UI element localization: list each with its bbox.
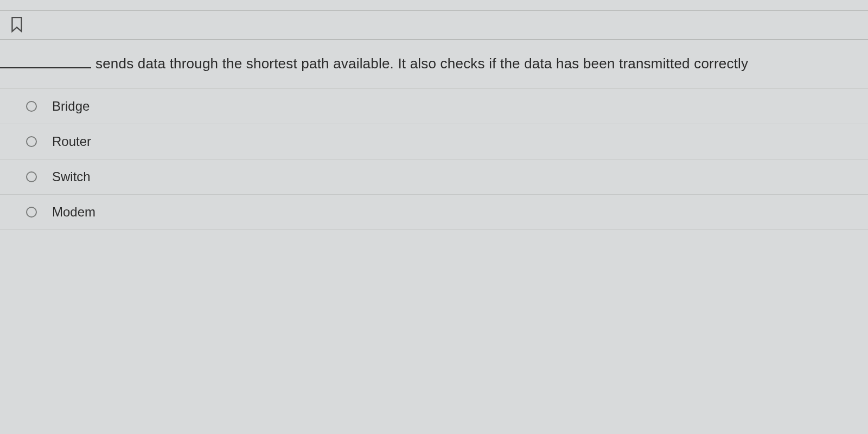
option-bridge[interactable]: Bridge xyxy=(0,89,868,124)
option-label: Bridge xyxy=(52,99,90,114)
radio-icon[interactable] xyxy=(26,171,37,182)
option-modem[interactable]: Modem xyxy=(0,195,868,230)
option-label: Modem xyxy=(52,205,95,220)
bookmark-row xyxy=(0,11,868,40)
option-label: Router xyxy=(52,134,91,149)
bookmark-icon[interactable] xyxy=(10,25,24,34)
fill-in-blank xyxy=(0,56,91,68)
option-router[interactable]: Router xyxy=(0,124,868,159)
top-bar xyxy=(0,0,868,11)
radio-icon[interactable] xyxy=(26,136,37,147)
options-list: Bridge Router Switch Modem xyxy=(0,89,868,230)
radio-icon[interactable] xyxy=(26,101,37,112)
option-label: Switch xyxy=(52,169,91,184)
option-switch[interactable]: Switch xyxy=(0,159,868,195)
question-row: sends data through the shortest path ava… xyxy=(0,40,868,89)
question-text: sends data through the shortest path ava… xyxy=(95,55,748,72)
radio-icon[interactable] xyxy=(26,207,37,218)
